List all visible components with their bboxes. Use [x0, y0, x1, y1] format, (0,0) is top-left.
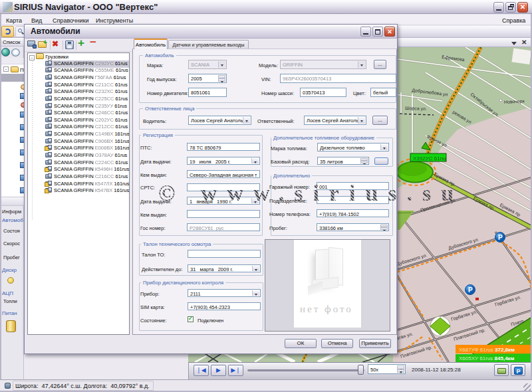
svg-text:P: P — [468, 286, 473, 294]
svg-text:Х392УС 61пц: Х392УС 61пц — [413, 155, 446, 161]
svg-text:Х687УФ 61rus 372,8км: Х687УФ 61rus 372,8км — [459, 347, 515, 353]
svg-text:P: P — [498, 234, 503, 241]
svg-text:Х605ХУ 61rus 845,4км: Х605ХУ 61rus 845,4км — [459, 355, 515, 361]
